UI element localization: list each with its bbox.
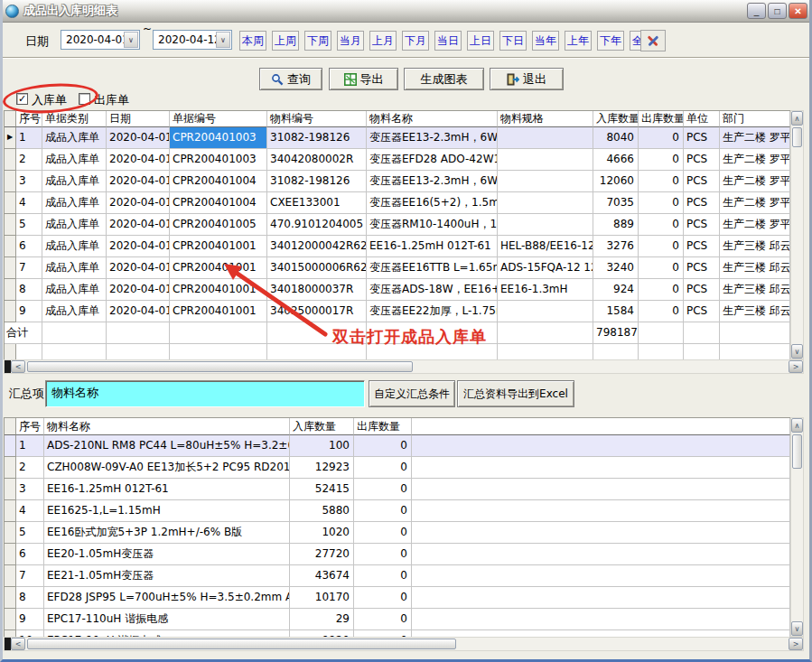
date-to-combo[interactable]: 2020-04-12 ∨ (153, 30, 232, 50)
inbound-checkbox-label[interactable]: 入库单 (32, 92, 67, 108)
cell-department: 生产二楼 罗平 (720, 214, 790, 236)
cell-material-name: EPC17-110uH 谐振电感 (44, 609, 290, 630)
row-indicator (5, 479, 16, 500)
scroll-left-icon[interactable]: < (11, 360, 25, 373)
cell-in-qty: 924 (593, 279, 639, 301)
cell-out-qty: 0 (354, 587, 412, 609)
query-button[interactable]: 查询 (259, 68, 322, 90)
chevron-down-icon[interactable]: ∨ (216, 32, 230, 48)
main-table-hscrollbar[interactable]: < > (4, 359, 804, 374)
cell-in-qty: 3276 (593, 236, 639, 257)
cell-in-qty: 52415 (290, 479, 354, 500)
scroll-right-icon[interactable]: > (789, 638, 803, 650)
custom-summary-button[interactable]: 自定义汇总条件 (369, 380, 455, 407)
main-table-body: ▶ 1 成品入库单 2020-04-01 CPR200401003 31082-… (5, 127, 790, 322)
splitter-handle[interactable] (5, 638, 11, 650)
list-item[interactable]: 4 EE1625-1,L=1.15mH 5880 0 (5, 500, 790, 522)
period-button[interactable]: 下日 (499, 31, 527, 51)
list-item[interactable]: 10 EPC17-90uH 谐振电感 9920 0 (5, 630, 790, 637)
list-item[interactable]: 2 CZH008W-09V-A0 EE13加长5+2 PC95 RD201802… (5, 457, 790, 479)
crossed-tools-icon (646, 33, 660, 48)
close-button[interactable]: ✕ (789, 3, 807, 19)
list-item[interactable]: 5 EE16卧式加宽5+3P 1.2mH+/-6% B版 1020 0 (5, 522, 790, 544)
cell-out-qty: 0 (639, 127, 684, 149)
list-item[interactable]: 8 EFD28 JSP95 L=700uH±5% H=3.5±0.2mm ADS… (5, 587, 790, 609)
period-button[interactable]: 下月 (402, 31, 429, 51)
period-button[interactable]: 当日 (434, 31, 462, 51)
table-row[interactable]: 6 成品入库单 2020-04-01 CPR200401001 34012000… (5, 236, 790, 257)
list-item[interactable]: 1 ADS-210NL RM8 PC44 L=80uH±5% H=3.2±0.2… (5, 435, 790, 457)
export-button[interactable]: 导出 (329, 68, 398, 90)
scroll-up-icon[interactable]: ∧ (791, 418, 803, 433)
summary-table-hscrollbar[interactable]: < > (4, 637, 804, 651)
period-button[interactable]: 下周 (304, 31, 331, 51)
cell-filler (412, 587, 790, 609)
table-row[interactable]: 9 成品入库单 2020-04-01 CPR200401001 34025000… (5, 301, 790, 322)
cell-date: 2020-04-01 (107, 149, 170, 171)
summary-field-input[interactable]: 物料名称 (45, 380, 365, 407)
table-row[interactable]: 2 成品入库单 2020-04-01 CPR200401003 34042080… (5, 149, 790, 171)
table-row[interactable]: 7 成品入库单 2020-04-01 CPR200401001 34015000… (5, 257, 790, 279)
period-button[interactable]: 当月 (337, 31, 364, 51)
cell-out-qty: 0 (639, 192, 684, 214)
cell-seq: 9 (16, 301, 42, 322)
window-title: 成品出入库明细表 (23, 3, 117, 19)
scroll-down-icon[interactable]: ∨ (791, 344, 803, 359)
scroll-thumb[interactable] (27, 361, 413, 372)
period-button[interactable]: 上日 (467, 31, 494, 51)
period-button[interactable]: 下年 (597, 31, 624, 51)
table-row[interactable]: 4 成品入库单 2020-04-01 CPR200401004 CXEE1330… (5, 192, 790, 214)
exit-button[interactable]: 退出 (490, 68, 564, 90)
cell-department: 生产三楼 邱云 (720, 279, 790, 301)
cell-material-no: 34012000042R62 (267, 236, 367, 257)
scroll-down-icon[interactable]: ∨ (791, 621, 803, 636)
cell-material-name: 变压器EE22加厚，L-1.75m (367, 301, 498, 322)
scroll-right-icon[interactable]: > (789, 360, 803, 373)
inbound-checkbox[interactable]: ✓ (16, 93, 28, 105)
list-item[interactable]: 9 EPC17-110uH 谐振电感 29 0 (5, 609, 790, 630)
cell-in-qty: 9920 (290, 630, 354, 637)
period-button[interactable]: 当年 (532, 31, 559, 51)
date-from-combo[interactable]: 2020-04-01 ∨ (61, 30, 140, 50)
period-button[interactable]: 上年 (565, 31, 592, 51)
period-button[interactable]: 上月 (369, 31, 397, 51)
scroll-left-icon[interactable]: < (11, 638, 25, 650)
col-header: 出库数量 (639, 111, 684, 127)
chevron-down-icon[interactable]: ∨ (124, 32, 138, 48)
period-button-bar: 本周上周下周当月上月下月当日上日下日当年上年下年全部 (239, 31, 657, 51)
cell-doc-type: 成品入库单 (42, 279, 107, 301)
cell-doc-no: CPR200401003 (170, 149, 267, 171)
maximize-button[interactable]: □ (768, 3, 787, 19)
splitter-handle[interactable] (5, 360, 11, 373)
minimize-button[interactable]: _ (747, 3, 766, 19)
scroll-up-icon[interactable]: ∧ (791, 111, 803, 126)
period-button[interactable]: 上周 (272, 31, 299, 51)
outbound-checkbox[interactable] (79, 93, 90, 105)
cell-doc-no: CPR200401001 (170, 301, 267, 322)
summary-export-excel-button[interactable]: 汇总资料导出到Excel (457, 380, 574, 407)
tools-button[interactable] (640, 30, 666, 51)
outbound-checkbox-label[interactable]: 出库单 (94, 92, 129, 108)
list-item[interactable]: 7 EE21-1.05mH变压器 43674 0 (5, 565, 790, 587)
list-item[interactable]: 6 EE20-1.05mH变压器 27720 0 (5, 544, 790, 565)
table-row[interactable]: 8 成品入库单 2020-04-01 CPR200401001 34018000… (5, 279, 790, 301)
list-item[interactable]: 3 EE16-1.25mH 012T-61 52415 0 (5, 479, 790, 500)
table-row[interactable]: ▶ 1 成品入库单 2020-04-01 CPR200401003 31082-… (5, 127, 790, 149)
scroll-thumb[interactable] (792, 434, 802, 469)
col-header: 物料名称 (44, 418, 290, 435)
main-table-vscrollbar[interactable]: ∧ ∨ (790, 110, 804, 359)
generate-chart-button[interactable]: 生成图表 (404, 68, 484, 90)
col-header: 部门 (720, 111, 790, 127)
scroll-thumb[interactable] (792, 127, 802, 147)
summary-table: 序号 物料名称 入库数量 出库数量 1 ADS-210NL RM8 PC44 L… (4, 417, 790, 637)
col-header: 入库数量 (290, 418, 354, 435)
summary-table-vscrollbar[interactable]: ∧ ∨ (790, 417, 804, 637)
table-row[interactable]: 5 成品入库单 2020-04-01 CPR200401005 470.9101… (5, 214, 790, 236)
excel-icon (344, 73, 357, 86)
row-indicator (5, 301, 16, 322)
table-row[interactable]: 3 成品入库单 2020-04-01 CPR200401004 31082-19… (5, 171, 790, 192)
period-button[interactable]: 本周 (239, 31, 266, 51)
col-header: 物料规格 (498, 111, 593, 127)
scroll-thumb[interactable] (27, 639, 456, 649)
cell-date: 2020-04-01 (107, 171, 170, 192)
